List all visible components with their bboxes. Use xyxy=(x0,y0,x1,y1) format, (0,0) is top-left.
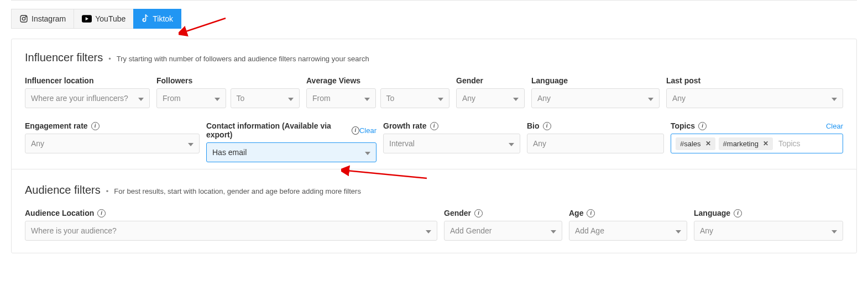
tab-label: Instagram xyxy=(32,14,66,23)
audience-filters-header: Audience filters • For best results, sta… xyxy=(25,184,843,196)
contact-clear-link[interactable]: Clear xyxy=(359,126,377,135)
language-label: Language xyxy=(531,76,660,85)
youtube-icon xyxy=(82,15,92,23)
info-icon[interactable]: i xyxy=(734,209,742,217)
chevron-down-icon xyxy=(364,94,370,103)
svg-point-2 xyxy=(25,17,26,17)
info-icon[interactable]: i xyxy=(91,122,100,130)
svg-line-8 xyxy=(347,171,427,178)
gender-label: Gender xyxy=(456,76,525,85)
influencer-filters-header: Influencer filters • Try starting with n… xyxy=(25,51,843,64)
tab-label: Tiktok xyxy=(153,14,173,23)
gender-select[interactable]: Any xyxy=(456,88,525,108)
info-icon[interactable]: i xyxy=(587,209,595,217)
audience-location-label: Audience Location i xyxy=(25,209,437,217)
audience-age-select[interactable]: Add Age xyxy=(569,221,687,241)
tiktok-icon xyxy=(142,14,149,23)
annotation-arrow-contact xyxy=(341,165,430,182)
contact-info-label: Contact information (Available via expor… xyxy=(206,121,359,139)
audience-gender-label: Gender i xyxy=(444,209,562,217)
chevron-down-icon xyxy=(215,94,220,103)
audience-filters-title: Audience filters xyxy=(25,184,101,196)
topics-input[interactable]: #sales ✕ #marketing ✕ Topics xyxy=(671,134,843,153)
followers-to-select[interactable]: To xyxy=(231,88,300,108)
topics-clear-link[interactable]: Clear xyxy=(826,122,843,130)
language-select[interactable]: Any xyxy=(531,88,660,108)
chevron-down-icon xyxy=(513,94,519,103)
filters-panel: Influencer filters • Try starting with n… xyxy=(11,39,857,253)
chip-remove-icon[interactable]: ✕ xyxy=(705,140,711,147)
topic-chip: #marketing ✕ xyxy=(719,137,773,150)
audience-language-select[interactable]: Any xyxy=(694,221,843,241)
chevron-down-icon xyxy=(438,94,443,103)
svg-point-1 xyxy=(22,17,25,20)
chevron-down-icon xyxy=(676,226,681,235)
contact-info-select[interactable]: Has email xyxy=(206,142,377,162)
avg-views-label: Average Views xyxy=(306,76,449,85)
growth-rate-label: Growth rate i xyxy=(383,121,520,130)
growth-rate-select[interactable]: Interval xyxy=(383,134,520,153)
topics-placeholder: Topics xyxy=(776,139,801,148)
instagram-icon xyxy=(19,14,28,23)
chevron-down-icon xyxy=(188,139,194,148)
avg-views-to-select[interactable]: To xyxy=(380,88,450,108)
info-icon[interactable]: i xyxy=(352,126,359,135)
chevron-down-icon xyxy=(365,148,370,157)
info-icon[interactable]: i xyxy=(698,122,707,130)
last-post-select[interactable]: Any xyxy=(666,88,843,108)
chevron-down-icon xyxy=(138,94,144,103)
audience-language-label: Language i xyxy=(694,209,843,217)
influencer-location-select[interactable]: Where are your influencers? xyxy=(25,88,150,108)
tab-label: YouTube xyxy=(95,14,126,23)
chevron-down-icon xyxy=(426,226,431,235)
info-icon[interactable]: i xyxy=(543,122,551,130)
last-post-label: Last post xyxy=(666,76,843,85)
tab-instagram[interactable]: Instagram xyxy=(11,9,74,29)
audience-gender-select[interactable]: Add Gender xyxy=(444,221,562,241)
platform-tabs: Instagram YouTube Tiktok xyxy=(0,9,868,39)
bio-input[interactable]: Any xyxy=(527,134,664,153)
audience-age-label: Age i xyxy=(569,209,687,217)
followers-from-select[interactable]: From xyxy=(156,88,226,108)
audience-location-select[interactable]: Where is your audience? xyxy=(25,221,437,241)
chevron-down-icon xyxy=(551,226,556,235)
audience-filters-subtitle: For best results, start with location, g… xyxy=(114,187,361,195)
chevron-down-icon xyxy=(288,94,294,103)
bio-label: Bio i xyxy=(527,121,664,130)
chip-remove-icon[interactable]: ✕ xyxy=(763,140,768,147)
chevron-down-icon xyxy=(832,94,837,103)
section-divider xyxy=(12,169,856,169)
engagement-rate-select[interactable]: Any xyxy=(25,134,200,153)
info-icon[interactable]: i xyxy=(97,209,106,217)
chevron-down-icon xyxy=(509,139,514,148)
topics-label: Topics i xyxy=(671,121,707,130)
chevron-down-icon xyxy=(648,94,653,103)
tab-tiktok[interactable]: Tiktok xyxy=(133,9,181,29)
influencer-filters-subtitle: Try starting with number of followers an… xyxy=(117,55,369,63)
top-divider xyxy=(11,0,857,1)
tab-youtube[interactable]: YouTube xyxy=(74,9,133,29)
engagement-rate-label: Engagement rate i xyxy=(25,121,200,130)
info-icon[interactable]: i xyxy=(430,122,438,130)
avg-views-from-select[interactable]: From xyxy=(306,88,376,108)
influencer-filters-title: Influencer filters xyxy=(25,51,103,64)
topic-chip: #sales ✕ xyxy=(676,137,715,150)
chevron-down-icon xyxy=(832,226,837,235)
followers-label: Followers xyxy=(156,76,300,85)
influencer-location-label: Influencer location xyxy=(25,76,150,85)
info-icon[interactable]: i xyxy=(474,209,483,217)
